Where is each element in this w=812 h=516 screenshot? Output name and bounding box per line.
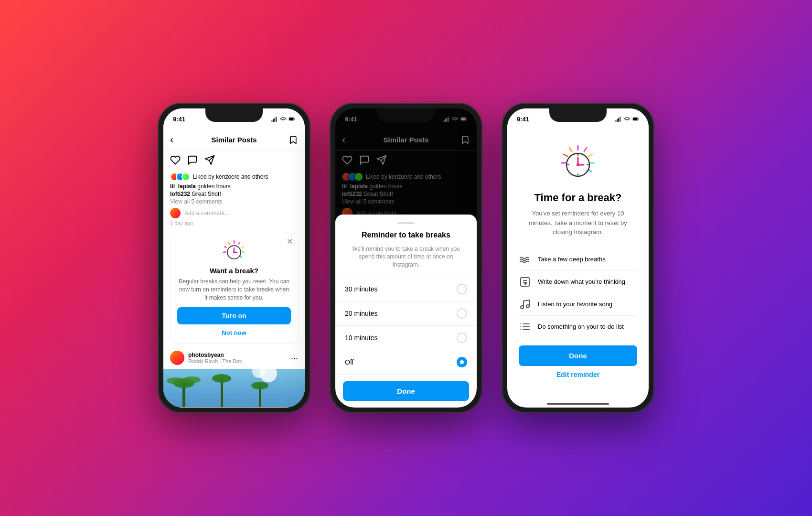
svg-rect-55 (618, 118, 619, 122)
radio-10min[interactable] (457, 333, 467, 343)
svg-rect-2 (274, 118, 275, 122)
option-label-10min: 10 minutes (345, 334, 377, 342)
clock-svg-1 (223, 240, 246, 263)
modal-option-30min[interactable]: 30 minutes (335, 277, 477, 301)
post-image-2 (163, 369, 305, 407)
music-icon-3 (519, 298, 531, 311)
svg-rect-3 (276, 117, 277, 122)
big-clock-svg-3 (559, 144, 597, 182)
post-photo-2 (163, 369, 305, 407)
svg-rect-54 (617, 119, 618, 122)
post-info-1: Liked by kenzoere and others lil_lapisla… (163, 170, 305, 230)
turn-on-button-1[interactable]: Turn on (177, 307, 291, 324)
modal-option-off[interactable]: Off (335, 350, 477, 375)
close-icon-1[interactable]: ✕ (287, 237, 293, 246)
svg-point-79 (526, 305, 529, 308)
svg-line-13 (228, 242, 230, 244)
phone-1: 9:41 ‹ Similar Posts (158, 103, 310, 413)
tip-text-2: Write down what you're thinking (538, 278, 625, 285)
option-label-20min: 20 minutes (345, 310, 377, 317)
home-indicator-3 (547, 403, 609, 405)
modal-title-2: Reminder to take breaks (335, 231, 477, 239)
break-notification-3: Time for a break? You've set reminders f… (507, 129, 649, 401)
comments-link-1[interactable]: View all 5 comments (170, 198, 298, 205)
phone-3: 9:41 (502, 103, 654, 413)
modal-options-2: 30 minutes 20 minutes 10 minutes Off (335, 277, 477, 375)
break-clock-1 (223, 240, 246, 263)
break-tips-3: Take a few deep breaths Write down what … (519, 248, 637, 338)
svg-point-74 (577, 163, 579, 166)
radio-off[interactable] (457, 357, 467, 367)
comment-icon-1[interactable] (187, 155, 198, 165)
edit-reminder-button-3[interactable]: Edit reminder (519, 366, 637, 383)
signal-icon-3 (615, 116, 622, 122)
post-header-2: photosbyean Roddy Ricch · The Box ··· (163, 347, 305, 369)
notch-3 (549, 108, 607, 122)
status-time-1: 9:41 (173, 116, 185, 123)
svg-point-28 (212, 374, 231, 383)
timestamp-1: 1 day ago (170, 220, 298, 226)
phone-2: 9:41 ‹ Similar Posts (330, 103, 482, 413)
break-card-title-1: Want a break? (177, 267, 291, 275)
svg-point-30 (251, 382, 268, 389)
status-bar-1: 9:41 (163, 108, 305, 129)
break-card-desc-1: Regular breaks can help you reset. You c… (177, 278, 291, 301)
option-label-off: Off (345, 358, 353, 366)
tip-text-4: Do something on your to-do list (538, 323, 624, 330)
modal-done-button-2[interactable]: Done (343, 381, 469, 401)
battery-icon-3 (632, 116, 639, 122)
svg-line-9 (239, 242, 240, 244)
share-icon-1[interactable] (204, 155, 215, 165)
modal-option-20min[interactable]: 20 minutes (335, 301, 477, 326)
modal-handle-2 (397, 222, 415, 224)
svg-rect-0 (272, 120, 273, 122)
radio-20min[interactable] (457, 308, 467, 319)
svg-line-11 (242, 252, 245, 252)
svg-rect-27 (221, 378, 223, 407)
phone-1-screen: 9:41 ‹ Similar Posts (163, 108, 305, 408)
bookmark-icon-1[interactable] (288, 135, 298, 145)
break-big-title-3: Time for a break? (534, 192, 622, 204)
modal-option-10min[interactable]: 10 minutes (335, 326, 477, 350)
svg-line-14 (224, 247, 226, 247)
nav-bar-1: ‹ Similar Posts (163, 129, 305, 150)
comment-avatar-1 (170, 208, 181, 218)
modal-overlay-2: Reminder to take breaks We'll remind you… (335, 108, 477, 408)
break-tip-2: Write down what you're thinking (519, 271, 637, 293)
liked-text-1: Liked by kenzoere and others (193, 173, 268, 180)
status-bar-3: 9:41 (507, 108, 649, 129)
svg-point-26 (183, 376, 201, 383)
svg-line-12 (240, 256, 242, 258)
post-avatar-2 (170, 351, 184, 365)
waves-icon-3 (519, 253, 531, 266)
action-bar-1 (163, 150, 305, 170)
post-dots-2[interactable]: ··· (291, 353, 298, 363)
battery-icon-1 (288, 116, 295, 122)
back-button-1[interactable]: ‹ (170, 134, 173, 146)
post-subtitle-2: Roddy Ricch · The Box (188, 358, 242, 364)
liked-avatars-1 (170, 172, 190, 181)
break-done-button-3[interactable]: Done (519, 345, 637, 366)
break-tip-4: Do something on your to-do list (519, 316, 637, 338)
break-tip-1: Take a few deep breaths (519, 248, 637, 271)
not-now-button-1[interactable]: Not now (177, 329, 291, 336)
nav-title-1: Similar Posts (211, 136, 256, 144)
post-username-2: photosbyean (188, 352, 242, 358)
radio-30min[interactable] (457, 284, 467, 294)
list-icon-3 (519, 321, 531, 333)
svg-line-10 (242, 247, 244, 247)
signal-icon-1 (271, 116, 278, 122)
svg-point-78 (521, 306, 524, 309)
svg-line-60 (584, 148, 587, 151)
status-icons-1 (271, 116, 295, 122)
svg-rect-1 (273, 119, 274, 122)
break-tip-3: Listen to your favorite song (519, 293, 637, 316)
tip-text-1: Take a few deep breaths (538, 256, 606, 263)
add-comment-1: Add a comment... (170, 208, 298, 218)
svg-rect-56 (620, 117, 620, 122)
svg-point-19 (233, 251, 235, 253)
pencil-icon-3 (519, 276, 531, 288)
heart-icon-1[interactable] (170, 155, 181, 165)
break-card-1: ✕ (170, 233, 298, 344)
comment-placeholder-1[interactable]: Add a comment... (184, 210, 229, 216)
